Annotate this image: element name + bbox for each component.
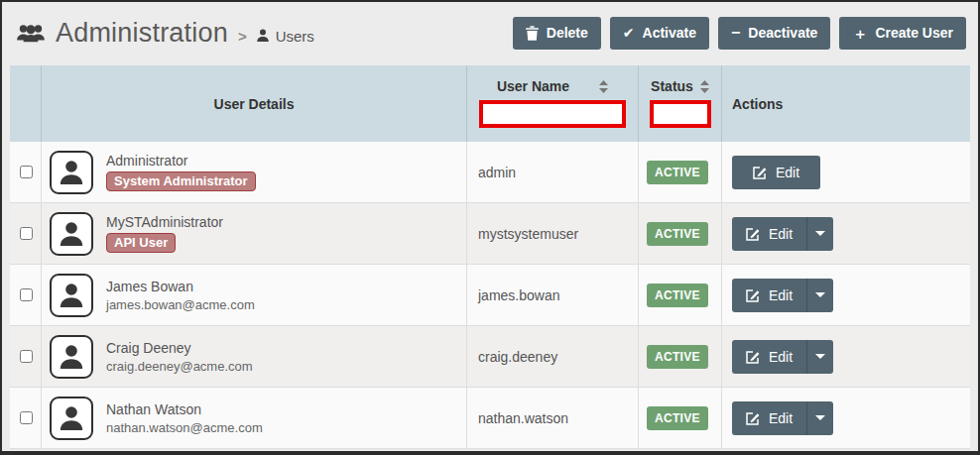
caret-down-icon [815,354,825,359]
edit-button[interactable]: Edit [732,156,820,189]
user-icon [256,29,270,43]
admin-users-page: { "page": { "title": "Administration", "… [0,0,980,455]
plus-icon [852,26,867,41]
status-column-header: Status [639,65,722,142]
edit-button-label: Edit [769,287,793,303]
user-name-cell: james.bowan [478,287,560,303]
status-badge: ACTIVE [647,284,708,307]
user-avatar-icon [58,282,85,309]
avatar [50,212,93,256]
edit-button[interactable]: Edit [732,340,806,374]
edit-button-label: Edit [769,226,793,242]
table-row: Craig Deeney craig.deeney@acme.com craig… [10,326,970,388]
user-display-name: Nathan Watson [106,401,201,417]
role-badge: System Administrator [106,171,256,191]
page-header: Administration > Users Delete A [2,2,978,63]
user-name-column-header: User Name [467,65,639,142]
edit-pencil-icon [746,227,760,241]
user-name-filter-input[interactable] [479,100,626,128]
row-checkbox[interactable] [20,227,33,240]
row-checkbox[interactable] [20,411,33,424]
table-header-row: User Details User Name Status [10,65,970,142]
sort-icon[interactable] [700,80,709,93]
user-details-column-header: User Details [42,65,467,142]
user-email: james.bowan@acme.com [106,297,255,312]
edit-pencil-icon [746,411,760,425]
page-title: Administration [56,18,228,49]
status-badge: ACTIVE [647,161,708,184]
trash-icon [526,26,539,41]
breadcrumb-separator: > [238,28,247,45]
users-table: User Details User Name Status [10,65,970,449]
status-badge: ACTIVE [647,406,708,430]
avatar [50,151,93,194]
table-row: MySTAdministrator API User mystsystemuse… [10,203,970,265]
create-user-button-label: Create User [875,25,953,41]
edit-dropdown-button[interactable] [806,340,833,374]
avatar [50,335,93,379]
edit-button[interactable]: Edit [732,279,806,312]
status-badge: ACTIVE [647,222,708,246]
user-email: craig.deeney@acme.com [106,359,253,374]
user-name-cell: mystsystemuser [478,226,578,242]
status-header-label: Status [651,78,693,94]
user-display-name: Administrator [106,153,187,169]
check-icon [623,26,635,40]
edit-dropdown-button[interactable] [806,401,833,435]
role-badge: API User [106,233,176,253]
create-user-button[interactable]: Create User [839,17,966,50]
row-checkbox[interactable] [20,166,33,178]
table-row: James Bowan james.bowan@acme.com james.b… [10,265,970,326]
edit-button-label: Edit [769,410,793,426]
user-avatar-icon [58,220,85,248]
activate-button-label: Activate [643,25,696,41]
deactivate-button[interactable]: Deactivate [718,17,830,50]
user-name-cell: admin [478,165,516,180]
delete-button-label: Delete [547,25,588,41]
caret-down-icon [815,231,825,236]
caret-down-icon [815,292,825,297]
minus-icon [731,25,740,41]
breadcrumb-current: Users [256,28,314,45]
actions-column-header: Actions [722,65,970,142]
status-filter-input[interactable] [650,100,711,128]
user-display-name: MySTAdministrator [106,214,223,230]
user-avatar-icon [58,343,85,371]
user-name-cell: nathan.watson [478,410,568,426]
edit-button-label: Edit [776,165,799,180]
edit-pencil-icon [753,166,767,179]
user-avatar-icon [58,404,85,432]
avatar [50,397,93,440]
edit-dropdown-button[interactable] [806,217,833,251]
avatar [50,274,93,317]
edit-button[interactable]: Edit [732,217,806,251]
table-row: Nathan Watson nathan.watson@acme.com nat… [10,388,970,449]
edit-button[interactable]: Edit [732,401,806,435]
sort-icon[interactable] [599,80,608,93]
edit-pencil-icon [746,350,760,364]
user-display-name: Craig Deeney [106,340,191,356]
user-name-header-label: User Name [497,78,569,94]
toolbar: Delete Activate Deactivate Create User [513,17,966,50]
breadcrumb: Administration > Users [16,18,314,49]
row-checkbox[interactable] [20,350,33,363]
users-group-icon [16,21,46,45]
user-display-name: James Bowan [106,279,193,294]
user-name-cell: craig.deeney [478,349,557,365]
caret-down-icon [815,415,825,420]
deactivate-button-label: Deactivate [748,25,817,41]
user-avatar-icon [58,159,85,186]
breadcrumb-current-label: Users [276,28,314,45]
row-checkbox[interactable] [20,288,33,301]
status-badge: ACTIVE [647,345,708,369]
edit-button-label: Edit [769,349,793,365]
activate-button[interactable]: Activate [610,17,709,50]
user-email: nathan.watson@acme.com [106,420,263,435]
edit-pencil-icon [746,288,760,302]
delete-button[interactable]: Delete [513,17,601,50]
checkbox-column-header [10,65,42,142]
edit-dropdown-button[interactable] [806,279,833,312]
table-row: Administrator System Administrator admin… [10,142,970,203]
